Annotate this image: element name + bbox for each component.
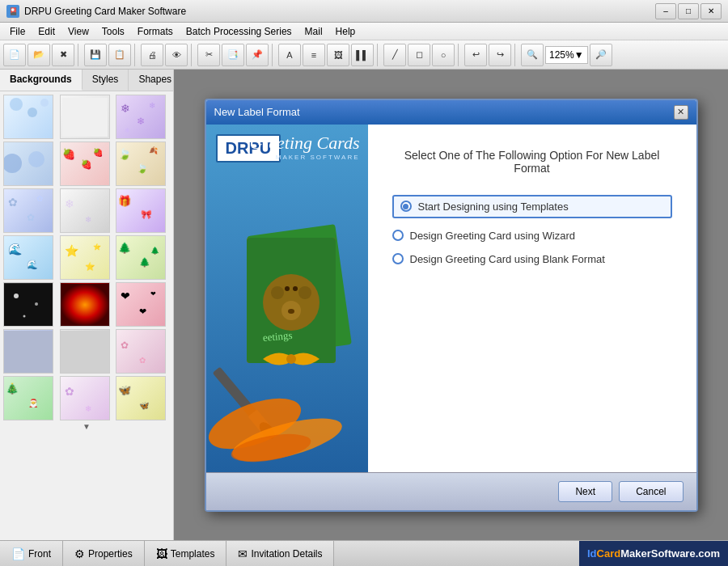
menu-view[interactable]: View [61, 24, 95, 39]
undo-button[interactable]: ↩ [464, 44, 487, 66]
copy-button[interactable]: 📑 [222, 44, 244, 66]
brand-id-text: Id [587, 547, 597, 560]
radio-templates-outer [400, 201, 412, 212]
bg-thumb-8[interactable]: ❄ ❄ [60, 188, 110, 233]
svg-text:✿: ✿ [65, 385, 74, 398]
minimize-button[interactable]: – [655, 3, 676, 19]
properties-icon: ⚙ [74, 547, 85, 560]
svg-text:🎄: 🎄 [6, 382, 19, 395]
redo-button[interactable]: ↪ [489, 44, 511, 66]
radio-templates-inner [403, 204, 408, 209]
brand-watermark: IdCardMakerSoftware.com [579, 541, 728, 566]
menu-formats[interactable]: Formats [131, 24, 180, 39]
new-button[interactable]: 📄 [3, 44, 26, 66]
image-button[interactable]: 🖼 [327, 44, 349, 66]
templates-icon: 🖼 [156, 547, 167, 560]
bg-thumb-3[interactable]: ❄ ❄ ❄ ❄ [116, 95, 166, 139]
paste-button[interactable]: 📌 [246, 44, 269, 66]
card-illustration: eetings [206, 197, 368, 472]
circle-button[interactable]: ○ [432, 44, 455, 66]
print-preview-button[interactable]: 👁 [165, 44, 188, 66]
dialog-body: DRPU Greeting Cards MAKER SOFTWARE [206, 125, 696, 472]
bg-thumb-4[interactable] [3, 142, 53, 186]
shape-button[interactable]: ◻ [408, 44, 430, 66]
maximize-button[interactable]: □ [678, 3, 699, 19]
tab-styles[interactable]: Styles [83, 70, 129, 91]
status-tab-front[interactable]: 📄 Front [0, 541, 63, 566]
svg-text:🌲: 🌲 [139, 256, 150, 268]
line-button[interactable]: ╱ [383, 44, 406, 66]
tab-backgrounds[interactable]: Backgrounds [0, 70, 83, 91]
radio-option-templates[interactable]: Start Designing using Templates [392, 195, 672, 218]
cancel-button[interactable]: Cancel [619, 481, 683, 502]
bg-thumb-11[interactable]: ⭐ ⭐ ⭐ [60, 235, 110, 280]
text-button[interactable]: A [278, 44, 301, 66]
bg-thumb-15[interactable]: ❤ ❤ ❤ [116, 282, 166, 327]
zoom-out-button[interactable]: 🔎 [590, 44, 612, 66]
dialog-close-button[interactable]: ✕ [674, 105, 688, 120]
svg-text:❤: ❤ [150, 290, 156, 298]
bg-thumb-17[interactable] [60, 329, 110, 374]
save-button[interactable]: 💾 [84, 44, 107, 66]
open-button[interactable]: 📂 [28, 44, 50, 66]
svg-text:✿: ✿ [27, 212, 35, 223]
bg-thumb-9[interactable]: 🎁 🎀 [116, 188, 166, 233]
print-button[interactable]: 🖨 [141, 44, 163, 66]
svg-text:🍃: 🍃 [118, 147, 132, 161]
status-tab-templates[interactable]: 🖼 Templates [145, 541, 227, 566]
toolbar-sep-3 [191, 44, 194, 66]
bg-thumb-20[interactable]: ✿ ❄ [60, 376, 110, 420]
invitation-icon: ✉ [238, 547, 248, 560]
bg-thumb-2[interactable] [60, 95, 110, 139]
svg-rect-35 [61, 284, 109, 326]
radio-option-blank[interactable]: Design Greeting Card using Blank Format [392, 253, 672, 265]
svg-text:⭐: ⭐ [93, 243, 101, 251]
dialog-overlay: New Label Format ✕ DRPU Greeting Cards M… [174, 70, 728, 540]
close-file-button[interactable]: ✖ [52, 44, 74, 66]
svg-text:❄: ❄ [149, 101, 155, 110]
svg-point-2 [40, 99, 49, 107]
menu-batch-processing[interactable]: Batch Processing Series [180, 24, 298, 39]
bg-thumb-18[interactable]: ✿ ✿ [116, 329, 166, 374]
bg-thumb-21[interactable]: 🦋 🦋 [116, 376, 166, 420]
menu-help[interactable]: Help [329, 24, 362, 39]
svg-rect-3 [62, 98, 108, 137]
cut-button[interactable]: ✂ [197, 44, 220, 66]
close-button[interactable]: ✕ [700, 3, 722, 19]
menu-mail[interactable]: Mail [298, 24, 329, 39]
scroll-down-arrow[interactable]: ▼ [3, 420, 170, 433]
barcode-button[interactable]: ▌▌ [351, 44, 374, 66]
bg-thumb-10[interactable]: 🌊 🌊 [3, 235, 53, 280]
zoom-control[interactable]: 125% ▼ [545, 46, 588, 64]
window-controls[interactable]: – □ ✕ [655, 3, 722, 19]
panel-tabs: Backgrounds Styles Shapes [0, 70, 173, 91]
bg-thumb-13[interactable] [3, 282, 53, 327]
bg-thumb-16[interactable] [3, 329, 53, 374]
menu-tools[interactable]: Tools [95, 24, 131, 39]
save-as-button[interactable]: 📋 [108, 44, 131, 66]
svg-text:🎁: 🎁 [118, 194, 132, 208]
bg-thumb-1[interactable] [3, 95, 53, 139]
bg-thumb-14[interactable] [60, 282, 110, 327]
bg-thumb-5[interactable]: 🍓 🍓 🍓 [60, 142, 110, 186]
bg-thumb-7[interactable]: ✿ ✿ ✿ [3, 188, 53, 233]
greeting-cards-brand: Greeting Cards MAKER SOFTWARE [250, 133, 360, 161]
menu-file[interactable]: File [3, 24, 32, 39]
align-button[interactable]: ≡ [303, 44, 325, 66]
zoom-in-button[interactable]: 🔍 [521, 44, 544, 66]
menu-edit[interactable]: Edit [32, 24, 61, 39]
radio-option-wizard[interactable]: Design Greeting Card using Wizard [392, 230, 672, 242]
next-button[interactable]: Next [558, 481, 612, 502]
panel-scroll[interactable]: ❄ ❄ ❄ ❄ 🍓 🍓 🍓 [0, 91, 173, 540]
bg-thumb-12[interactable]: 🌲 🌲 🌲 [116, 235, 166, 280]
svg-text:❄: ❄ [85, 215, 91, 224]
bg-thumb-6[interactable]: 🍃 🍃 🍂 [116, 142, 166, 186]
status-tab-properties[interactable]: ⚙ Properties [63, 541, 145, 566]
dialog-footer: Next Cancel [206, 472, 696, 510]
bg-thumb-19[interactable]: 🎄 🎅 [3, 376, 53, 420]
svg-text:🌲: 🌲 [150, 246, 160, 256]
status-tab-invitation[interactable]: ✉ Invitation Details [226, 541, 334, 566]
status-tab-front-label: Front [28, 548, 51, 560]
menu-bar: File Edit View Tools Formats Batch Proce… [0, 23, 728, 40]
toolbar: 📄 📂 ✖ 💾 📋 🖨 👁 ✂ 📑 📌 A ≡ 🖼 ▌▌ ╱ ◻ ○ ↩ ↪ 🔍… [0, 40, 728, 70]
